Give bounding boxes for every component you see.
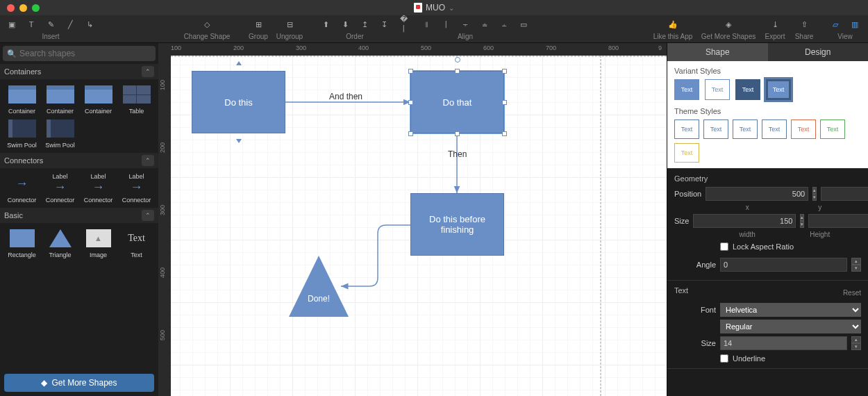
close-window-button[interactable]: [7, 4, 15, 12]
stepper[interactable]: ▴▾: [851, 258, 861, 272]
get-more-shapes-label: Get More Shapes: [51, 378, 117, 388]
shape-connector[interactable]: Label→Connector: [42, 172, 78, 204]
shapes-library-icon[interactable]: ◈: [721, 17, 735, 31]
shape-triangle[interactable]: Triangle: [42, 227, 78, 258]
shape-connector[interactable]: →Connector: [4, 172, 40, 204]
change-shape-icon[interactable]: ◇: [200, 17, 214, 31]
stepper[interactable]: ▴▾: [800, 214, 804, 228]
extend-handle-up-icon[interactable]: [236, 61, 242, 65]
section-basic-header[interactable]: Basic ⌃: [0, 208, 158, 223]
view-layout-icon[interactable]: ▱: [828, 17, 842, 31]
insert-text-icon[interactable]: T: [24, 17, 38, 31]
resize-handle[interactable]: [502, 131, 507, 136]
extend-handle-down-icon[interactable]: [236, 139, 242, 143]
thumbs-up-icon[interactable]: 👍: [666, 17, 680, 31]
font-weight-select[interactable]: Regular: [720, 320, 861, 333]
variant-swatch[interactable]: Text: [705, 79, 730, 100]
shape-connector[interactable]: Label→Connector: [81, 172, 116, 204]
align-bottom-icon[interactable]: ⫠: [497, 17, 511, 31]
shape-rectangle[interactable]: Rectangle: [4, 227, 40, 258]
line-icon[interactable]: ╱: [63, 17, 77, 31]
theme-swatch[interactable]: Text: [733, 119, 758, 139]
minimize-window-button[interactable]: [19, 4, 27, 12]
align-left-icon[interactable]: �丨: [400, 17, 414, 31]
underline-checkbox[interactable]: [720, 354, 728, 363]
collapse-icon[interactable]: ⌃: [142, 155, 154, 166]
align-top-icon[interactable]: ⫟: [458, 17, 472, 31]
align-middle-icon[interactable]: ⫨: [478, 17, 492, 31]
node-do-this-before-finishing[interactable]: Do this before finishing: [410, 193, 504, 256]
edge-label-then[interactable]: Then: [448, 149, 467, 159]
collapse-icon[interactable]: ⌃: [142, 210, 154, 221]
theme-swatch[interactable]: Text: [762, 119, 787, 139]
connector-icon[interactable]: ↳: [83, 17, 97, 31]
position-x-input[interactable]: [706, 187, 808, 201]
resize-handle[interactable]: [455, 131, 460, 136]
variant-swatch[interactable]: Text: [766, 79, 791, 100]
section-containers-header[interactable]: Containers ⌃: [0, 64, 158, 79]
theme-swatch[interactable]: Text: [820, 119, 845, 139]
edge-label-and-then[interactable]: And then: [329, 92, 362, 101]
share-icon[interactable]: ⇧: [797, 17, 811, 31]
search-input[interactable]: [3, 46, 156, 61]
shape-text[interactable]: TextText: [119, 227, 154, 258]
width-input[interactable]: [693, 214, 796, 228]
send-back-icon[interactable]: ⬇: [338, 17, 352, 31]
node-do-that[interactable]: Do that: [410, 71, 504, 133]
theme-swatch[interactable]: Text: [674, 119, 699, 139]
maximize-window-button[interactable]: [32, 4, 40, 12]
theme-swatch[interactable]: Text: [791, 119, 816, 139]
node-done[interactable]: Done!: [289, 256, 349, 317]
pencil-icon[interactable]: ✎: [44, 17, 58, 31]
send-backward-icon[interactable]: ↧: [377, 17, 391, 31]
toolbar-label-insert: Insert: [42, 33, 59, 40]
font-select[interactable]: Helvetica: [720, 303, 861, 317]
export-icon[interactable]: ⤓: [768, 17, 782, 31]
resize-handle[interactable]: [408, 69, 413, 74]
document-title[interactable]: MUO ⌄: [414, 3, 454, 13]
collapse-icon[interactable]: ⌃: [142, 66, 154, 77]
insert-image-icon[interactable]: ▣: [5, 17, 19, 31]
shape-table[interactable]: Table: [119, 83, 154, 115]
variant-swatch[interactable]: Text: [735, 79, 760, 100]
shape-swimpool[interactable]: Swim Pool: [42, 117, 78, 149]
view-panels-icon[interactable]: ▥: [848, 17, 862, 31]
theme-swatch[interactable]: Text: [703, 119, 728, 139]
height-input[interactable]: [808, 214, 868, 228]
node-do-this[interactable]: Do this: [192, 71, 285, 133]
angle-input[interactable]: [720, 258, 847, 272]
variant-swatch[interactable]: Text: [674, 79, 699, 100]
get-more-shapes-button[interactable]: ◆ Get More Shapes: [4, 374, 154, 392]
shape-container[interactable]: Container: [4, 83, 40, 115]
bring-forward-icon[interactable]: ↥: [358, 17, 372, 31]
bring-front-icon[interactable]: ⬆: [319, 17, 333, 31]
resize-handle[interactable]: [408, 100, 413, 105]
stepper[interactable]: ▴▾: [851, 336, 861, 350]
ungroup-icon[interactable]: ⊟: [283, 17, 297, 31]
group-icon[interactable]: ⊞: [251, 17, 265, 31]
resize-handle[interactable]: [502, 100, 507, 105]
lock-aspect-checkbox[interactable]: [720, 242, 728, 251]
tab-shape[interactable]: Shape: [667, 43, 768, 61]
tab-design[interactable]: Design: [768, 43, 869, 61]
theme-swatch[interactable]: Text: [674, 143, 699, 163]
section-connectors-header[interactable]: Connectors ⌃: [0, 153, 158, 168]
resize-handle[interactable]: [502, 69, 507, 74]
resize-handle[interactable]: [408, 131, 413, 136]
rotate-handle-icon[interactable]: [455, 57, 460, 63]
canvas[interactable]: Do this And then Do that: [171, 56, 667, 396]
position-y-input[interactable]: [821, 187, 868, 201]
align-center-icon[interactable]: ⫴: [419, 17, 433, 31]
resize-handle[interactable]: [455, 69, 460, 74]
align-right-icon[interactable]: 丨: [439, 17, 453, 31]
stepper[interactable]: ▴▾: [812, 187, 817, 201]
shape-container[interactable]: Container: [42, 83, 78, 115]
shape-image[interactable]: ▲Image: [81, 227, 116, 258]
inspector-tabs: Shape Design: [667, 43, 868, 61]
shape-container[interactable]: Container: [81, 83, 116, 115]
reset-button[interactable]: Reset: [843, 289, 861, 297]
shape-swimpool[interactable]: Swim Pool: [4, 117, 40, 149]
font-size-input[interactable]: [720, 336, 847, 350]
shape-connector[interactable]: Label→Connector: [119, 172, 154, 204]
distribute-icon[interactable]: ▭: [517, 17, 531, 31]
